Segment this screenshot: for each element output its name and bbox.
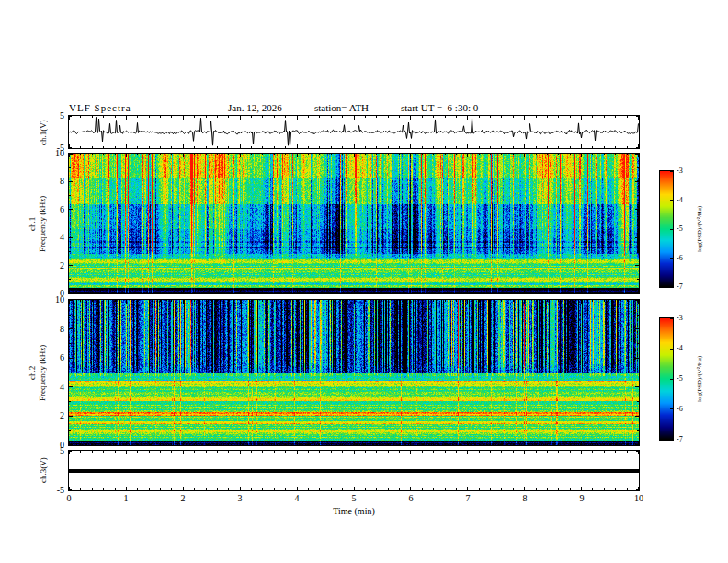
chart-station: station= ATH <box>314 102 369 113</box>
x-tick-label: 9 <box>573 493 591 503</box>
ch1-wave-ytick-label: 5 <box>42 110 64 121</box>
ch3-wave-ytick-label: 5 <box>42 445 64 455</box>
ch2-spectrogram-canvas <box>69 300 639 445</box>
ch2-frequency-axis-channel: ch.2 <box>28 300 38 445</box>
ch2-spec-ytick-label: 6 <box>42 352 64 362</box>
ch1-colorbar-tick-label: -3 <box>677 167 693 175</box>
ch3-wave-ytick-label: -5 <box>42 485 64 495</box>
x-tick-label: 7 <box>459 493 477 503</box>
ch1-spec-ytick-label: 8 <box>42 176 64 186</box>
ch2-colorbar-tick-label: -4 <box>677 344 693 352</box>
ch2-spectrogram-panel <box>68 299 640 446</box>
ch2-colorbar-label: log(PSD)/(V²/Hz) <box>696 317 703 441</box>
x-tick-label: 6 <box>402 493 420 503</box>
ch1-colorbar-tick-label: -7 <box>677 282 693 291</box>
ch3-voltage-canvas <box>69 451 639 490</box>
chart-title: VLF Spectra <box>69 102 131 113</box>
ch1-frequency-axis-unit: Frequency (kHz) <box>38 154 48 293</box>
ch2-spec-ytick-label: 10 <box>42 294 64 304</box>
ch1-colorbar-tick-label: -6 <box>677 254 693 262</box>
ch3-voltage-panel <box>68 450 640 491</box>
x-tick-label: 1 <box>117 493 135 503</box>
ch1-colorbar <box>659 170 674 288</box>
ch2-frequency-axis-label: ch.2 Frequency (kHz) <box>28 300 48 445</box>
ch2-colorbar-tick-label: -3 <box>677 314 693 322</box>
x-tick-label: 8 <box>516 493 534 503</box>
x-axis-label: Time (min) <box>69 506 639 516</box>
ch2-spec-ytick-label: 2 <box>42 410 64 420</box>
ch2-spec-ytick-label: 8 <box>42 324 64 334</box>
ch1-spec-ytick-label: 6 <box>42 204 64 214</box>
ch1-colorbar-canvas <box>660 171 673 287</box>
ch1-colorbar-tick-label: -4 <box>677 196 693 204</box>
ch2-colorbar-tick-label: -6 <box>677 405 693 413</box>
ch2-colorbar-tick-label: -7 <box>677 435 693 443</box>
ch1-spectrogram-canvas <box>69 154 639 293</box>
ch1-frequency-axis-label: ch.1 Frequency (kHz) <box>28 154 48 293</box>
x-tick-label: 3 <box>231 493 249 503</box>
vlf-spectra-figure: VLF Spectra Jan. 12, 2026 station= ATH s… <box>0 0 728 563</box>
ch1-wave-ytick-label: -5 <box>42 143 64 153</box>
chart-start-ut: start UT = 6 :30: 0 <box>401 102 478 113</box>
ch1-spectrogram-panel <box>68 153 640 294</box>
ch1-voltage-panel <box>68 115 640 149</box>
ch2-frequency-axis-unit: Frequency (kHz) <box>38 300 48 445</box>
x-tick-label: 5 <box>345 493 363 503</box>
ch2-spec-ytick-label: 4 <box>42 382 64 392</box>
chart-date: Jan. 12, 2026 <box>228 102 282 113</box>
ch1-spec-ytick-label: 2 <box>42 260 64 270</box>
x-tick-label: 2 <box>174 493 192 503</box>
ch1-colorbar-label: log(PSD)/(V²/Hz) <box>696 170 703 288</box>
ch1-voltage-canvas <box>69 116 639 148</box>
ch1-spec-ytick-label: 4 <box>42 232 64 242</box>
x-tick-label: 10 <box>630 493 648 503</box>
ch1-colorbar-tick-label: -5 <box>677 224 693 233</box>
ch2-colorbar-tick-label: -5 <box>677 374 693 383</box>
ch1-frequency-axis-channel: ch.1 <box>28 154 38 293</box>
ch2-colorbar <box>659 317 674 441</box>
x-tick-label: 4 <box>288 493 306 503</box>
ch2-colorbar-canvas <box>660 318 673 440</box>
